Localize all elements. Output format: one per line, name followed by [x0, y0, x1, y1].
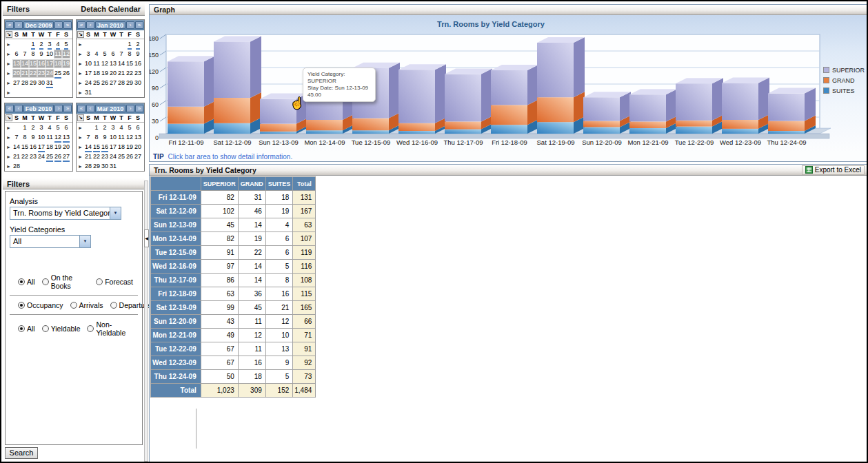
- table-row[interactable]: Wed 12-16-0997145116: [151, 260, 316, 274]
- calendar-day[interactable]: 8: [21, 133, 29, 142]
- calendar-day[interactable]: 30: [101, 162, 109, 171]
- calendar-day[interactable]: 23: [37, 69, 46, 78]
- select-week-icon[interactable]: ►: [77, 42, 84, 47]
- calendar-day[interactable]: 29: [125, 79, 134, 88]
- calendar-day[interactable]: 10: [84, 59, 92, 68]
- column-header-total[interactable]: Total: [293, 177, 316, 191]
- calendar-day[interactable]: 25: [54, 69, 62, 78]
- row-header[interactable]: Wed 12-23-09: [151, 356, 201, 370]
- calendar-day[interactable]: 28: [84, 162, 92, 171]
- calendar-day[interactable]: 1: [29, 40, 37, 49]
- select-week-icon[interactable]: ►: [5, 71, 12, 76]
- calendar-day[interactable]: 26: [101, 79, 109, 88]
- column-header-suites[interactable]: SUITES: [265, 177, 293, 191]
- calendar-day[interactable]: 10: [46, 50, 54, 59]
- calendar-day[interactable]: 12: [62, 50, 70, 59]
- row-header[interactable]: Sat 12-19-09: [151, 301, 201, 315]
- row-header[interactable]: Thu 12-24-09: [151, 370, 201, 384]
- calendar-day[interactable]: 26: [125, 152, 134, 161]
- stacked-bar-chart[interactable]: 0306090120150180Trn. Rooms by Yield Cate…: [150, 15, 867, 150]
- calendar-day[interactable]: 9: [101, 133, 109, 142]
- column-header-grand[interactable]: GRAND: [238, 177, 265, 191]
- row-header[interactable]: Mon 12-14-09: [151, 232, 201, 246]
- calendar-day[interactable]: 8: [92, 133, 101, 142]
- radio-all[interactable]: [18, 278, 25, 285]
- calendar-day[interactable]: 2: [29, 123, 37, 132]
- calendar-day[interactable]: 16: [134, 59, 142, 68]
- table-row[interactable]: Sun 12-13-094514463: [151, 218, 316, 232]
- select-week-icon[interactable]: ►: [77, 135, 84, 140]
- calendar-day[interactable]: 5: [125, 123, 134, 132]
- collapse-panel-icon[interactable]: ◀: [144, 229, 149, 247]
- calendar-day[interactable]: 17: [37, 143, 46, 152]
- calendar-day[interactable]: 3: [37, 123, 46, 132]
- select-week-icon[interactable]: ►: [77, 90, 84, 95]
- calendar-day[interactable]: 27: [62, 152, 70, 161]
- radio-occupancy[interactable]: [18, 302, 25, 309]
- calendar-day[interactable]: 7: [12, 133, 21, 142]
- row-header[interactable]: Sat 12-12-09: [151, 205, 201, 218]
- select-week-icon[interactable]: ►: [5, 154, 12, 159]
- calendar-day[interactable]: 26: [54, 152, 62, 161]
- calendar-dec-2009[interactable]: «‹Dec 2009›»↘SMTWTFS►12345►6789101112►13…: [4, 19, 73, 98]
- calendar-day[interactable]: 8: [125, 50, 134, 59]
- calendar-day[interactable]: 7: [21, 50, 29, 59]
- calendar-day[interactable]: 4: [46, 123, 54, 132]
- calendar-day[interactable]: 27: [109, 79, 117, 88]
- calendar-day[interactable]: 12: [101, 59, 109, 68]
- calendar-next-icon[interactable]: ›: [126, 21, 134, 29]
- calendar-next-icon[interactable]: ›: [54, 105, 63, 112]
- calendar-day[interactable]: 6: [109, 50, 117, 59]
- bar-segment-superior[interactable]: [537, 37, 585, 97]
- select-week-icon[interactable]: ►: [5, 125, 12, 130]
- select-week-icon[interactable]: ►: [77, 81, 84, 85]
- calendar-day[interactable]: 12: [125, 133, 134, 142]
- bar-segment-superior[interactable]: [168, 56, 215, 107]
- calendar-day[interactable]: 29: [29, 79, 37, 88]
- radio-yieldable[interactable]: [42, 325, 49, 332]
- calendar-prev-icon[interactable]: ‹: [14, 21, 23, 29]
- calendar-day[interactable]: 1: [92, 123, 101, 132]
- calendar-day[interactable]: 12: [54, 133, 62, 142]
- calendar-day[interactable]: 11: [54, 50, 62, 59]
- radio-arrivals[interactable]: [70, 302, 77, 309]
- calendar-day[interactable]: 11: [92, 59, 101, 68]
- calendar-day[interactable]: 21: [117, 69, 125, 78]
- chart-area[interactable]: 0306090120150180Trn. Rooms by Yield Cate…: [150, 15, 867, 161]
- row-header[interactable]: Thu 12-17-09: [151, 274, 201, 287]
- calendar-day[interactable]: 10: [109, 133, 117, 142]
- calendar-day[interactable]: 6: [62, 123, 70, 132]
- calendar-day[interactable]: 13: [62, 133, 70, 142]
- yield-categories-select[interactable]: All ▼: [10, 235, 91, 248]
- calendar-day[interactable]: 17: [109, 143, 117, 152]
- select-month-icon[interactable]: ↘: [6, 31, 12, 38]
- select-week-icon[interactable]: ►: [5, 90, 12, 95]
- calendar-day[interactable]: 29: [92, 162, 101, 171]
- table-row[interactable]: Sat 12-12-091024619167: [151, 205, 316, 218]
- table-row[interactable]: Thu 12-24-095018573: [151, 370, 316, 384]
- table-row[interactable]: Fri 12-11-09823118131: [151, 191, 316, 205]
- row-header[interactable]: Sun 12-20-09: [151, 315, 201, 329]
- calendar-first-icon[interactable]: «: [6, 105, 14, 112]
- calendar-day[interactable]: 21: [12, 152, 21, 161]
- calendar-month-title[interactable]: Jan 2010: [95, 21, 125, 29]
- calendar-day[interactable]: 14: [12, 143, 21, 152]
- select-week-icon[interactable]: ►: [77, 164, 84, 169]
- calendar-last-icon[interactable]: »: [135, 21, 143, 29]
- calendar-first-icon[interactable]: «: [77, 105, 85, 112]
- table-row[interactable]: Tue 12-15-0991226119: [151, 246, 316, 260]
- calendar-day[interactable]: 18: [54, 59, 62, 68]
- calendar-day[interactable]: 16: [37, 59, 46, 68]
- calendar-day[interactable]: 21: [21, 69, 29, 78]
- calendar-day[interactable]: 21: [84, 152, 92, 161]
- calendar-day[interactable]: 1: [21, 123, 29, 132]
- calendar-day[interactable]: 28: [117, 79, 125, 88]
- calendar-day[interactable]: 13: [134, 133, 142, 142]
- calendar-first-icon[interactable]: «: [6, 21, 14, 29]
- calendar-day[interactable]: 19: [54, 143, 62, 152]
- calendar-day[interactable]: 5: [62, 40, 70, 49]
- calendar-day[interactable]: 2: [37, 40, 46, 49]
- calendar-day[interactable]: 23: [29, 152, 37, 161]
- calendar-day[interactable]: 19: [125, 143, 134, 152]
- calendar-day[interactable]: 10: [37, 133, 46, 142]
